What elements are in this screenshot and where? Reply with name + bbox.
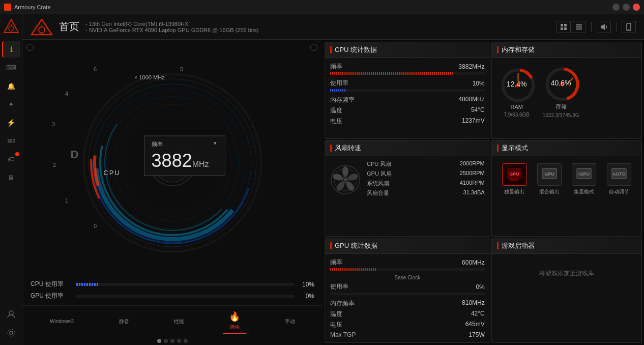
speaker-icon[interactable]	[597, 21, 611, 33]
sidebar-item-keyboard[interactable]: ⌨	[2, 60, 20, 76]
auto-label: 自动调节	[609, 188, 629, 195]
home-title: 首页	[59, 21, 79, 32]
sidebar-item-user[interactable]	[2, 306, 20, 323]
cpu-fan-row: CPU 风扇 2000RPM	[367, 160, 485, 168]
tab-performance-label: 性能	[174, 318, 184, 325]
svg-marker-22	[601, 24, 605, 30]
freq-unit: MHz	[192, 160, 209, 168]
svg-point-10	[10, 331, 13, 334]
sidebar-item-fan[interactable]: ⚡	[2, 114, 20, 131]
tab-manual[interactable]: 手动	[279, 316, 301, 327]
cpu-mem-freq-value: 4800MHz	[458, 96, 484, 104]
cpu-temp-label: 温度	[330, 106, 342, 115]
fan-stats: CPU 风扇 2000RPM GPU 风扇 2500RPM 系统风扇	[367, 160, 485, 199]
svg-rect-17	[561, 27, 563, 30]
right-panel: CPU 统计数据 频率 3882MHz 使用率	[323, 40, 644, 345]
cpu-usage-label: CPU 使用率	[31, 280, 71, 289]
gpu-usage-label: GPU 使用率	[31, 292, 71, 300]
memory-body: 12.4% RAM 7.9/63.6GB	[492, 58, 641, 138]
gpu-freq-bar	[330, 268, 376, 271]
content-area: 首页 - 13th Gen Intel(R) Core(TM) i9-13980…	[22, 14, 644, 345]
main-split: 6 5 4 3 2 1 0 × 1000 MHz	[22, 40, 644, 345]
sidebar-item-power[interactable]: ✦	[2, 96, 20, 112]
tab-performance[interactable]: 性能	[168, 316, 190, 327]
dot-0	[157, 339, 161, 343]
d-label: D	[70, 148, 78, 161]
memory-header: 内存和存储	[492, 42, 641, 58]
app-icon	[4, 4, 11, 11]
auto-icon: AUTO	[607, 163, 631, 186]
view-icons	[557, 21, 586, 33]
cpu-mem-freq-label: 内存频率	[330, 96, 355, 104]
memory-title: 内存和存储	[502, 45, 535, 54]
freq-display: 3882MHz	[152, 150, 218, 171]
cpu-stats-body: 频率 3882MHz 使用率 10%	[325, 58, 490, 138]
fan-title: 风扇转速	[335, 143, 361, 153]
sidebar-item-tag[interactable]: 🏷	[2, 151, 20, 167]
gpu-tgp-row: Max TGP 175W	[330, 331, 485, 338]
gpu-fan-row: GPU 风扇 2500RPM	[367, 170, 485, 178]
list-view-button[interactable]	[572, 21, 586, 33]
display-mode-integrated[interactable]: iGPU 集显模式	[572, 163, 596, 195]
window-controls	[612, 4, 640, 11]
game-launcher-empty-text: 将游戏添加至游戏库	[539, 269, 594, 278]
flame-icon: 🔥	[229, 311, 240, 322]
ram-label: RAM	[510, 104, 522, 110]
maximize-button[interactable]	[623, 4, 630, 11]
divider-2	[616, 22, 617, 32]
cpu-usage-bar	[76, 283, 98, 286]
display-mode-auto[interactable]: AUTO 自动调节	[607, 163, 631, 195]
gpu-temp-row: 温度 42°C	[330, 310, 485, 319]
sidebar-item-display[interactable]: 🖥	[2, 169, 20, 186]
sidebar-item-tools[interactable]	[2, 133, 20, 149]
divider-1	[591, 22, 592, 32]
display-mode-dedicated[interactable]: GPU 独显输出	[502, 163, 526, 195]
fan-card: 风扇转速	[325, 140, 490, 237]
game-launcher-header: 游戏启动器	[492, 238, 641, 254]
dot-1	[164, 339, 168, 343]
sys-fan-row: 系统风扇 4100RPM	[367, 180, 485, 187]
gpu-freq-line: 频率 600MHz	[330, 258, 485, 267]
svg-point-54	[347, 172, 359, 182]
dot-2	[170, 339, 174, 343]
hybrid-icon: GPU	[537, 163, 562, 186]
svg-text:iGPU: iGPU	[578, 171, 590, 177]
gpu-stats-title: GPU 统计数据	[335, 241, 377, 250]
topbar-title-label: 首页	[59, 20, 79, 34]
minimize-button[interactable]	[612, 4, 620, 11]
display-mode-hybrid[interactable]: GPU 混合输出	[537, 163, 562, 195]
svg-point-11	[8, 329, 15, 336]
tab-windows[interactable]: Windows®	[44, 317, 80, 326]
svg-rect-19	[576, 24, 582, 25]
gpu-freq-bar-track	[330, 268, 485, 271]
cpu-freq-bar-track	[330, 72, 485, 75]
sidebar-item-aura[interactable]: 🔔	[2, 78, 20, 94]
close-button[interactable]	[633, 4, 640, 11]
tab-boost[interactable]: 🔥 增强	[223, 309, 246, 334]
cpu-usage-bar-track	[76, 283, 294, 286]
display-card: 显示模式 GPU	[491, 140, 642, 237]
grid-view-button[interactable]	[557, 21, 571, 33]
cpu-temp-value: 54°C	[471, 106, 485, 115]
sidebar-item-settings[interactable]	[2, 325, 20, 341]
svg-point-9	[9, 311, 13, 315]
rog-logo	[3, 18, 19, 36]
hybrid-label: 混合输出	[539, 188, 560, 195]
cpu-volt-label: 电压	[330, 117, 342, 126]
cpu-temp-row: 温度 54°C	[330, 106, 485, 115]
svg-rect-3	[8, 139, 10, 140]
gpu-usage-row: GPU 使用率 0%	[31, 292, 314, 300]
tab-silent[interactable]: 静音	[113, 316, 135, 327]
cpu-usage-row: CPU 使用率 10%	[31, 280, 314, 289]
left-panel: 6 5 4 3 2 1 0 × 1000 MHz	[22, 40, 323, 345]
sidebar-item-info[interactable]: ℹ	[2, 41, 20, 58]
svg-rect-15	[561, 24, 563, 26]
gpu-usage-bar-track	[76, 295, 294, 298]
phone-icon[interactable]	[622, 21, 636, 33]
indicator-circle-tl	[26, 44, 34, 51]
mem-gauges: 12.4% RAM 7.9/63.6GB	[497, 62, 636, 121]
storage-pct: 40.6%	[551, 79, 571, 87]
fan-body: CPU 风扇 2000RPM GPU 风扇 2500RPM 系统风扇	[325, 156, 490, 237]
gpu-usage-value: 0%	[299, 293, 314, 300]
gpu-stats-header: GPU 统计数据	[325, 238, 490, 254]
